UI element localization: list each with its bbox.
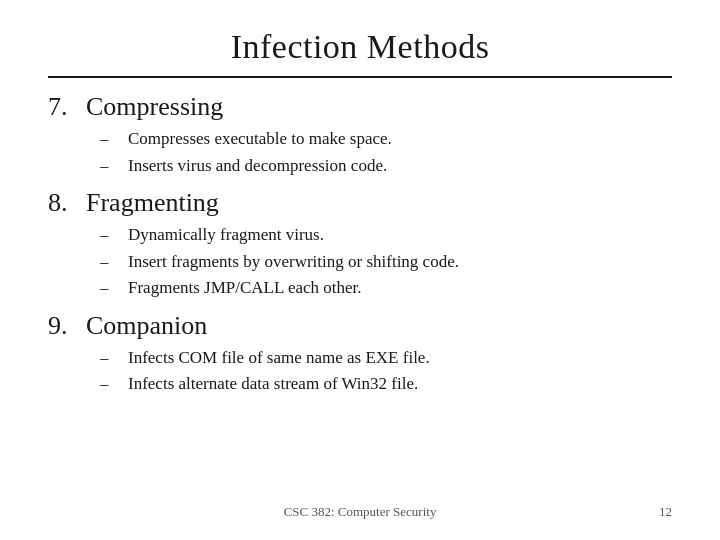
dash-icon: – bbox=[100, 371, 116, 397]
bullet-text: Dynamically fragment virus. bbox=[128, 222, 324, 248]
section-8-heading: 8. Fragmenting bbox=[48, 188, 672, 218]
bullet-text: Inserts virus and decompression code. bbox=[128, 153, 387, 179]
section-fragmenting: 8. Fragmenting – Dynamically fragment vi… bbox=[48, 188, 672, 301]
list-item: – Inserts virus and decompression code. bbox=[100, 153, 672, 179]
section-8-number: 8. bbox=[48, 188, 76, 218]
section-8-title: Fragmenting bbox=[86, 188, 219, 218]
section-7-bullets: – Compresses executable to make space. –… bbox=[48, 126, 672, 178]
list-item: – Infects alternate data stream of Win32… bbox=[100, 371, 672, 397]
bullet-text: Infects alternate data stream of Win32 f… bbox=[128, 371, 418, 397]
slide-footer: CSC 382: Computer Security 12 bbox=[48, 494, 672, 520]
section-9-number: 9. bbox=[48, 311, 76, 341]
section-9-heading: 9. Companion bbox=[48, 311, 672, 341]
section-7-title: Compressing bbox=[86, 92, 223, 122]
section-7-number: 7. bbox=[48, 92, 76, 122]
list-item: – Fragments JMP/CALL each other. bbox=[100, 275, 672, 301]
section-9-bullets: – Infects COM file of same name as EXE f… bbox=[48, 345, 672, 397]
section-9-title: Companion bbox=[86, 311, 207, 341]
bullet-text: Compresses executable to make space. bbox=[128, 126, 392, 152]
dash-icon: – bbox=[100, 222, 116, 248]
section-7-heading: 7. Compressing bbox=[48, 92, 672, 122]
bullet-text: Insert fragments by overwriting or shift… bbox=[128, 249, 459, 275]
section-8-bullets: – Dynamically fragment virus. – Insert f… bbox=[48, 222, 672, 301]
content-area: 7. Compressing – Compresses executable t… bbox=[48, 92, 672, 494]
dash-icon: – bbox=[100, 275, 116, 301]
list-item: – Compresses executable to make space. bbox=[100, 126, 672, 152]
bullet-text: Fragments JMP/CALL each other. bbox=[128, 275, 362, 301]
section-companion: 9. Companion – Infects COM file of same … bbox=[48, 311, 672, 397]
slide: Infection Methods 7. Compressing – Compr… bbox=[0, 0, 720, 540]
dash-icon: – bbox=[100, 249, 116, 275]
title-divider bbox=[48, 76, 672, 78]
bullet-text: Infects COM file of same name as EXE fil… bbox=[128, 345, 430, 371]
list-item: – Dynamically fragment virus. bbox=[100, 222, 672, 248]
list-item: – Insert fragments by overwriting or shi… bbox=[100, 249, 672, 275]
dash-icon: – bbox=[100, 153, 116, 179]
slide-title: Infection Methods bbox=[48, 28, 672, 66]
list-item: – Infects COM file of same name as EXE f… bbox=[100, 345, 672, 371]
footer-course: CSC 382: Computer Security bbox=[284, 504, 437, 520]
footer-page-number: 12 bbox=[659, 504, 672, 520]
dash-icon: – bbox=[100, 126, 116, 152]
section-compressing: 7. Compressing – Compresses executable t… bbox=[48, 92, 672, 178]
dash-icon: – bbox=[100, 345, 116, 371]
